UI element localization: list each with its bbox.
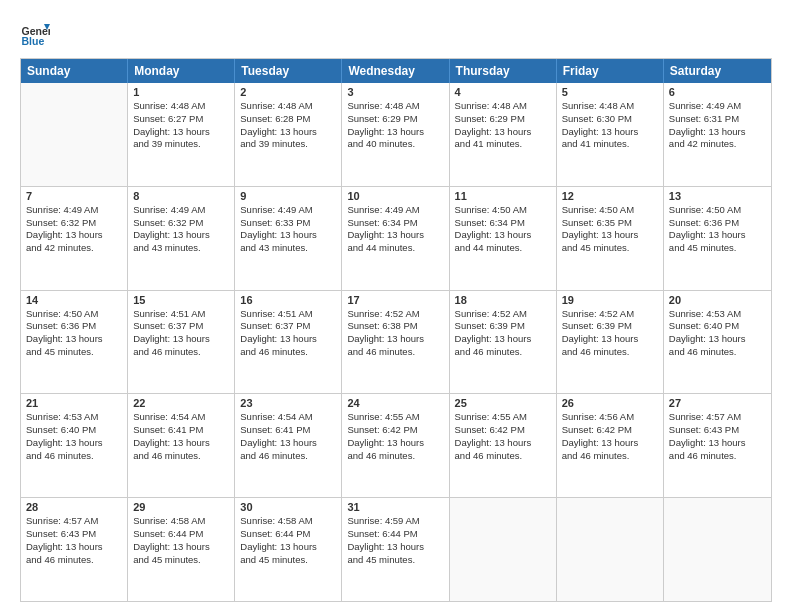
calendar-cell: 19Sunrise: 4:52 AMSunset: 6:39 PMDayligh… xyxy=(557,291,664,394)
day-number: 19 xyxy=(562,294,658,306)
cell-info-line: and 40 minutes. xyxy=(347,138,443,151)
calendar-row: 7Sunrise: 4:49 AMSunset: 6:32 PMDaylight… xyxy=(21,187,771,291)
cell-info-line: Sunrise: 4:53 AM xyxy=(26,411,122,424)
svg-text:Blue: Blue xyxy=(22,35,45,47)
day-number: 12 xyxy=(562,190,658,202)
cell-info-line: Sunset: 6:31 PM xyxy=(669,113,766,126)
cell-info-line: and 46 minutes. xyxy=(669,450,766,463)
cell-info-line: and 42 minutes. xyxy=(26,242,122,255)
day-number: 10 xyxy=(347,190,443,202)
day-number: 24 xyxy=(347,397,443,409)
day-number: 21 xyxy=(26,397,122,409)
calendar-cell: 12Sunrise: 4:50 AMSunset: 6:35 PMDayligh… xyxy=(557,187,664,290)
cell-info-line: and 46 minutes. xyxy=(240,346,336,359)
cell-info-line: Sunset: 6:42 PM xyxy=(455,424,551,437)
day-number: 17 xyxy=(347,294,443,306)
cell-info-line: Sunset: 6:40 PM xyxy=(26,424,122,437)
day-number: 6 xyxy=(669,86,766,98)
cell-info-line: Daylight: 13 hours xyxy=(240,437,336,450)
calendar-cell: 21Sunrise: 4:53 AMSunset: 6:40 PMDayligh… xyxy=(21,394,128,497)
calendar-cell: 7Sunrise: 4:49 AMSunset: 6:32 PMDaylight… xyxy=(21,187,128,290)
calendar-cell xyxy=(450,498,557,601)
cell-info-line: Sunset: 6:40 PM xyxy=(669,320,766,333)
cell-info-line: Sunset: 6:33 PM xyxy=(240,217,336,230)
day-number: 20 xyxy=(669,294,766,306)
calendar-cell: 22Sunrise: 4:54 AMSunset: 6:41 PMDayligh… xyxy=(128,394,235,497)
day-number: 31 xyxy=(347,501,443,513)
cell-info-line: Sunrise: 4:57 AM xyxy=(26,515,122,528)
cell-info-line: and 46 minutes. xyxy=(562,346,658,359)
header: General Blue xyxy=(20,18,772,48)
cell-info-line: Sunset: 6:43 PM xyxy=(669,424,766,437)
calendar-cell: 11Sunrise: 4:50 AMSunset: 6:34 PMDayligh… xyxy=(450,187,557,290)
cell-info-line: Sunrise: 4:53 AM xyxy=(669,308,766,321)
cell-info-line: Daylight: 13 hours xyxy=(347,437,443,450)
cell-info-line: Sunset: 6:39 PM xyxy=(455,320,551,333)
calendar-cell: 14Sunrise: 4:50 AMSunset: 6:36 PMDayligh… xyxy=(21,291,128,394)
calendar-cell: 1Sunrise: 4:48 AMSunset: 6:27 PMDaylight… xyxy=(128,83,235,186)
cell-info-line: Sunrise: 4:49 AM xyxy=(26,204,122,217)
calendar-cell xyxy=(664,498,771,601)
day-number: 15 xyxy=(133,294,229,306)
cell-info-line: Daylight: 13 hours xyxy=(240,333,336,346)
cell-info-line: Daylight: 13 hours xyxy=(240,229,336,242)
cell-info-line: Sunrise: 4:48 AM xyxy=(133,100,229,113)
cell-info-line: Daylight: 13 hours xyxy=(347,126,443,139)
cell-info-line: and 45 minutes. xyxy=(26,346,122,359)
cell-info-line: Sunrise: 4:49 AM xyxy=(240,204,336,217)
calendar-cell: 3Sunrise: 4:48 AMSunset: 6:29 PMDaylight… xyxy=(342,83,449,186)
cell-info-line: Sunrise: 4:51 AM xyxy=(133,308,229,321)
cell-info-line: Daylight: 13 hours xyxy=(240,541,336,554)
calendar-cell: 30Sunrise: 4:58 AMSunset: 6:44 PMDayligh… xyxy=(235,498,342,601)
cell-info-line: Sunrise: 4:48 AM xyxy=(240,100,336,113)
calendar-cell: 28Sunrise: 4:57 AMSunset: 6:43 PMDayligh… xyxy=(21,498,128,601)
calendar-cell: 16Sunrise: 4:51 AMSunset: 6:37 PMDayligh… xyxy=(235,291,342,394)
cell-info-line: Sunrise: 4:49 AM xyxy=(347,204,443,217)
cell-info-line: and 39 minutes. xyxy=(240,138,336,151)
calendar-cell: 9Sunrise: 4:49 AMSunset: 6:33 PMDaylight… xyxy=(235,187,342,290)
cell-info-line: Daylight: 13 hours xyxy=(669,333,766,346)
cell-info-line: Daylight: 13 hours xyxy=(26,541,122,554)
weekday-header: Monday xyxy=(128,59,235,83)
cell-info-line: Sunset: 6:42 PM xyxy=(562,424,658,437)
day-number: 9 xyxy=(240,190,336,202)
cell-info-line: Daylight: 13 hours xyxy=(347,541,443,554)
cell-info-line: Sunset: 6:27 PM xyxy=(133,113,229,126)
cell-info-line: and 41 minutes. xyxy=(455,138,551,151)
day-number: 30 xyxy=(240,501,336,513)
cell-info-line: and 39 minutes. xyxy=(133,138,229,151)
cell-info-line: and 43 minutes. xyxy=(133,242,229,255)
cell-info-line: Sunset: 6:34 PM xyxy=(455,217,551,230)
cell-info-line: Sunset: 6:41 PM xyxy=(133,424,229,437)
weekday-header: Saturday xyxy=(664,59,771,83)
logo: General Blue xyxy=(20,18,54,48)
day-number: 1 xyxy=(133,86,229,98)
cell-info-line: Daylight: 13 hours xyxy=(347,229,443,242)
cell-info-line: Sunset: 6:39 PM xyxy=(562,320,658,333)
cell-info-line: and 46 minutes. xyxy=(133,450,229,463)
cell-info-line: Sunset: 6:36 PM xyxy=(26,320,122,333)
cell-info-line: Sunset: 6:44 PM xyxy=(240,528,336,541)
day-number: 23 xyxy=(240,397,336,409)
cell-info-line: Daylight: 13 hours xyxy=(133,437,229,450)
cell-info-line: Daylight: 13 hours xyxy=(133,229,229,242)
calendar-cell: 5Sunrise: 4:48 AMSunset: 6:30 PMDaylight… xyxy=(557,83,664,186)
page: General Blue SundayMondayTuesdayWednesda… xyxy=(0,0,792,612)
calendar-cell: 24Sunrise: 4:55 AMSunset: 6:42 PMDayligh… xyxy=(342,394,449,497)
day-number: 28 xyxy=(26,501,122,513)
cell-info-line: Sunset: 6:32 PM xyxy=(133,217,229,230)
calendar-cell: 15Sunrise: 4:51 AMSunset: 6:37 PMDayligh… xyxy=(128,291,235,394)
calendar-cell: 18Sunrise: 4:52 AMSunset: 6:39 PMDayligh… xyxy=(450,291,557,394)
calendar-cell xyxy=(557,498,664,601)
cell-info-line: Sunrise: 4:56 AM xyxy=(562,411,658,424)
cell-info-line: Sunrise: 4:48 AM xyxy=(455,100,551,113)
cell-info-line: Daylight: 13 hours xyxy=(26,333,122,346)
day-number: 8 xyxy=(133,190,229,202)
cell-info-line: and 45 minutes. xyxy=(562,242,658,255)
calendar: SundayMondayTuesdayWednesdayThursdayFrid… xyxy=(20,58,772,602)
cell-info-line: Daylight: 13 hours xyxy=(455,229,551,242)
day-number: 18 xyxy=(455,294,551,306)
cell-info-line: Sunrise: 4:52 AM xyxy=(347,308,443,321)
cell-info-line: Sunset: 6:37 PM xyxy=(240,320,336,333)
day-number: 3 xyxy=(347,86,443,98)
